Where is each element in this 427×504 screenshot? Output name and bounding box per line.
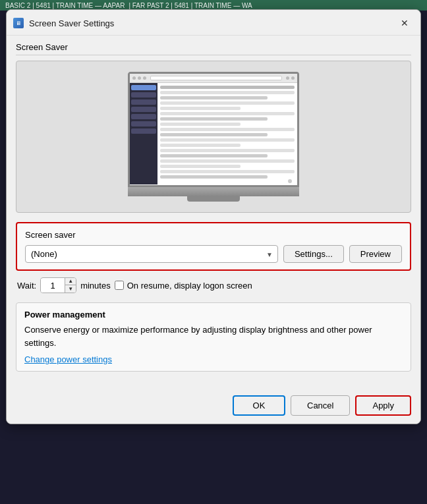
content-line-11 <box>160 138 295 142</box>
dialog-footer: OK Cancel Apply <box>7 390 420 424</box>
monitor-base <box>187 196 240 202</box>
title-bar-left: 🖥 Screen Saver Settings <box>13 18 114 28</box>
cancel-button[interactable]: Cancel <box>291 395 350 416</box>
browser-dot-3 <box>143 76 146 80</box>
content-line-14 <box>160 154 268 157</box>
power-led <box>288 179 292 183</box>
sim-item-6 <box>131 121 156 126</box>
sim-item-4 <box>131 107 156 112</box>
browser-dot-4 <box>286 76 289 80</box>
power-section-title: Power management <box>24 310 403 320</box>
content-line-10 <box>160 133 268 136</box>
close-button[interactable]: ✕ <box>397 15 413 31</box>
screensaver-select-wrap: (None) 3D Text Blank Bubbles Mystify Pho… <box>25 245 278 263</box>
preview-button[interactable]: Preview <box>349 245 402 263</box>
content-line-9 <box>160 128 295 131</box>
content-line-3 <box>160 96 268 99</box>
spinner-up-button[interactable]: ▲ <box>65 278 76 285</box>
browser-dot-5 <box>291 76 295 80</box>
spinner-buttons: ▲ ▼ <box>65 278 76 293</box>
screen-saver-settings-dialog: 🖥 Screen Saver Settings ✕ Screen Saver <box>6 9 421 424</box>
content-line-5 <box>160 107 241 110</box>
resume-checkbox[interactable] <box>115 281 124 290</box>
wait-row: Wait: ▲ ▼ minutes On resume, display log… <box>16 277 411 293</box>
sim-item-1 <box>131 85 156 90</box>
content-line-1 <box>160 86 295 89</box>
browser-bar <box>130 74 297 83</box>
sim-item-5 <box>131 114 156 119</box>
dialog-title: Screen Saver Settings <box>29 18 114 28</box>
change-power-settings-link[interactable]: Change power settings <box>24 354 112 364</box>
settings-button[interactable]: Settings... <box>283 245 344 263</box>
screensaver-select[interactable]: (None) 3D Text Blank Bubbles Mystify Pho… <box>25 245 278 263</box>
screensaver-section-label: Screen saver <box>25 230 402 240</box>
apply-button[interactable]: Apply <box>355 395 411 416</box>
wait-label: Wait: <box>17 281 36 291</box>
browser-main-content <box>157 83 297 184</box>
browser-body <box>130 83 297 184</box>
screen-content <box>130 74 297 185</box>
tab-label: Screen Saver <box>16 42 411 55</box>
browser-dot-2 <box>138 76 141 80</box>
power-description: Conserve energy or maximize performance … <box>24 323 403 349</box>
screensaver-controls: (None) 3D Text Blank Bubbles Mystify Pho… <box>25 245 402 263</box>
content-line-6 <box>160 112 295 115</box>
sim-item-3 <box>131 99 156 105</box>
dialog-content: Screen Saver <box>7 36 420 390</box>
browser-dot <box>132 76 136 80</box>
resume-checkbox-label[interactable]: On resume, display logon screen <box>115 281 252 291</box>
content-line-17 <box>160 170 295 173</box>
content-line-12 <box>160 144 241 147</box>
content-line-4 <box>160 101 295 105</box>
content-line-16 <box>160 165 241 168</box>
content-line-8 <box>160 123 241 126</box>
wait-input[interactable] <box>41 279 65 293</box>
wait-spinner: ▲ ▼ <box>40 277 76 293</box>
content-line-13 <box>160 149 295 152</box>
app-icon: 🖥 <box>13 18 24 28</box>
content-line-7 <box>160 117 268 121</box>
resume-label-text: On resume, display logon screen <box>127 281 252 291</box>
content-line-2 <box>160 91 295 94</box>
sim-item-7 <box>131 128 156 134</box>
monitor-screen <box>128 72 299 187</box>
spinner-down-button[interactable]: ▼ <box>65 285 76 293</box>
monitor-stand <box>128 187 299 196</box>
monitor-frame <box>128 72 299 202</box>
browser-sidebar <box>130 83 157 184</box>
ok-button[interactable]: OK <box>233 395 285 416</box>
sim-item-2 <box>131 92 156 98</box>
title-bar: 🖥 Screen Saver Settings ✕ <box>7 10 420 36</box>
minutes-label: minutes <box>80 281 111 291</box>
browser-url-bar <box>150 76 282 80</box>
content-line-18 <box>160 175 268 179</box>
screensaver-section: Screen saver (None) 3D Text Blank Bubble… <box>16 222 411 271</box>
content-line-15 <box>160 159 295 163</box>
preview-area <box>16 61 411 213</box>
power-management-section: Power management Conserve energy or maxi… <box>16 302 411 372</box>
